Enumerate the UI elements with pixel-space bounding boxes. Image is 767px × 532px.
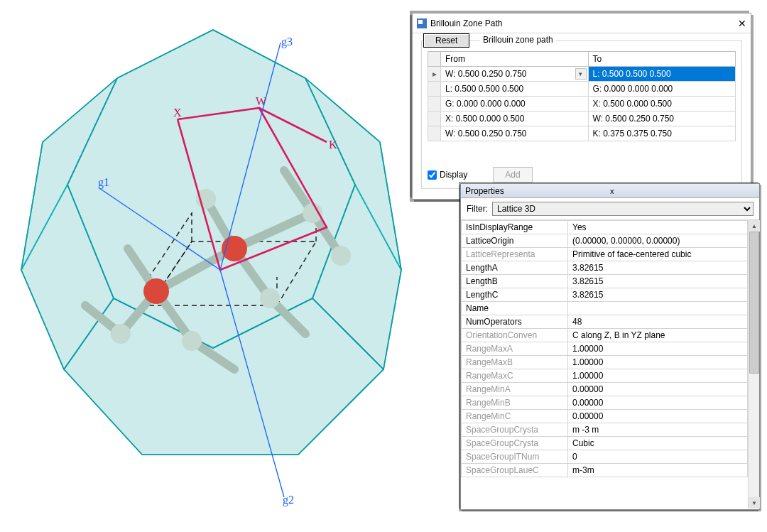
cell-to[interactable]: G: 0.000 0.000 0.000 [588, 82, 736, 97]
brillouin-zone-viewport[interactable]: g1 g2 g3 X W K [0, 0, 462, 532]
cell-to[interactable]: X: 0.500 0.000 0.500 [588, 97, 736, 112]
filter-label: Filter: [467, 204, 488, 214]
row-header[interactable] [428, 97, 441, 112]
property-row[interactable]: RangeMinB0.00000 [462, 396, 748, 410]
property-row[interactable]: RangeMaxC1.00000 [462, 369, 748, 383]
property-value[interactable]: 0.00000 [568, 410, 748, 423]
col-from[interactable]: From [441, 52, 589, 67]
row-header[interactable] [428, 82, 441, 97]
property-key: LengthA [462, 261, 568, 275]
svg-point-42 [143, 278, 169, 304]
property-value[interactable]: C along Z, B in YZ plane [568, 329, 748, 342]
property-row[interactable]: LatticeOrigin(0.00000, 0.00000, 0.00000) [462, 234, 748, 248]
display-label: Display [440, 170, 467, 180]
property-key: LatticeRepresenta [462, 248, 568, 261]
property-row[interactable]: SpaceGroupCrystam -3 m [462, 423, 748, 437]
cell-to[interactable]: W: 0.500 0.250 0.750 [588, 112, 736, 126]
property-value[interactable]: 3.82615 [568, 275, 748, 288]
brillouin-zone-svg [0, 0, 462, 532]
scroll-down-icon[interactable]: ▼ [749, 497, 760, 509]
scrollbar[interactable]: ▲ ▼ [748, 220, 759, 509]
property-value[interactable]: 1.00000 [568, 369, 748, 383]
property-row[interactable]: LengthA3.82615 [462, 261, 748, 275]
property-row[interactable]: OrientationConvenC along Z, B in YZ plan… [462, 329, 748, 342]
property-key: RangeMaxC [462, 369, 568, 383]
property-value[interactable]: 1.00000 [568, 356, 748, 369]
property-value[interactable]: Primitive of face-centered cubic [568, 248, 748, 261]
table-row[interactable]: W: 0.500 0.250 0.750K: 0.375 0.375 0.750 [428, 126, 736, 141]
table-row[interactable]: L: 0.500 0.500 0.500G: 0.000 0.000 0.000 [428, 82, 736, 97]
property-row[interactable]: RangeMinA0.00000 [462, 383, 748, 396]
property-value[interactable]: 3.82615 [568, 288, 748, 302]
properties-title: Properties [465, 186, 610, 196]
property-value[interactable]: m-3m [568, 464, 748, 477]
scroll-up-icon[interactable]: ▲ [749, 220, 760, 232]
cell-from[interactable]: L: 0.500 0.500 0.500 [441, 82, 589, 97]
property-value[interactable]: 0.00000 [568, 383, 748, 396]
point-label-x: X [173, 107, 182, 119]
col-to[interactable]: To [588, 52, 736, 67]
property-row[interactable]: SpaceGroupCrystaCubic [462, 437, 748, 450]
filter-select[interactable]: Lattice 3D [492, 202, 754, 216]
cell-to[interactable]: L: 0.500 0.500 0.500 [588, 67, 736, 82]
table-header-row: From To [428, 52, 736, 67]
reset-button[interactable]: Reset [423, 33, 469, 48]
property-row[interactable]: LatticeRepresentaPrimitive of face-cente… [462, 248, 748, 261]
property-value[interactable]: Cubic [568, 437, 748, 450]
property-value[interactable]: 0.00000 [568, 396, 748, 410]
property-value[interactable]: (0.00000, 0.00000, 0.00000) [568, 234, 748, 248]
app-icon [417, 18, 427, 28]
property-key: LatticeOrigin [462, 234, 568, 248]
property-key: IsInDisplayRange [462, 221, 568, 234]
row-header[interactable]: ▸ [428, 67, 441, 82]
cell-from[interactable]: W: 0.500 0.250 0.750▾ [441, 67, 589, 82]
group-label: Brillouin zone path [480, 35, 556, 45]
cell-from[interactable]: W: 0.500 0.250 0.750 [441, 126, 589, 141]
table-row[interactable]: ▸W: 0.500 0.250 0.750▾L: 0.500 0.500 0.5… [428, 67, 736, 82]
scroll-thumb[interactable] [749, 232, 759, 374]
property-value[interactable]: 48 [568, 315, 748, 329]
properties-titlebar[interactable]: Properties x [461, 184, 759, 198]
svg-point-46 [260, 288, 280, 308]
row-header[interactable] [428, 126, 441, 141]
bz-path-table[interactable]: From To ▸W: 0.500 0.250 0.750▾L: 0.500 0… [428, 51, 736, 141]
property-value[interactable]: 0 [568, 450, 748, 464]
cell-to[interactable]: K: 0.375 0.375 0.750 [588, 126, 736, 141]
brillouin-zone-path-window: Brillouin Zone Path ✕ Reset Brillouin zo… [412, 13, 751, 200]
property-row[interactable]: SpaceGroupLaueCm-3m [462, 464, 748, 477]
properties-grid[interactable]: IsInDisplayRangeYesLatticeOrigin(0.00000… [461, 220, 748, 477]
property-row[interactable]: NumOperators48 [462, 315, 748, 329]
add-button[interactable]: Add [493, 167, 532, 183]
property-value[interactable] [568, 302, 748, 315]
property-value[interactable]: 3.82615 [568, 261, 748, 275]
property-row[interactable]: LengthB3.82615 [462, 275, 748, 288]
close-icon[interactable]: ✕ [738, 18, 746, 29]
property-row[interactable]: RangeMinC0.00000 [462, 410, 748, 423]
property-value[interactable]: 1.00000 [568, 342, 748, 356]
axis-label-g1: g1 [98, 176, 109, 189]
property-row[interactable]: RangeMaxA1.00000 [462, 342, 748, 356]
cell-from[interactable]: G: 0.000 0.000 0.000 [441, 97, 589, 112]
row-header[interactable] [428, 112, 441, 126]
property-value[interactable]: Yes [568, 221, 748, 234]
dropdown-icon[interactable]: ▾ [575, 68, 587, 80]
table-row[interactable]: G: 0.000 0.000 0.000X: 0.500 0.000 0.500 [428, 97, 736, 112]
property-key: SpaceGroupITNum [462, 450, 568, 464]
property-key: RangeMaxA [462, 342, 568, 356]
property-key: SpaceGroupCrysta [462, 423, 568, 437]
property-key: LengthB [462, 275, 568, 288]
table-row[interactable]: X: 0.500 0.000 0.500W: 0.500 0.250 0.750 [428, 112, 736, 126]
property-row[interactable]: RangeMaxB1.00000 [462, 356, 748, 369]
property-row[interactable]: SpaceGroupITNum0 [462, 450, 748, 464]
property-row[interactable]: IsInDisplayRangeYes [462, 221, 748, 234]
properties-panel: Properties x Filter: Lattice 3D IsInDisp… [460, 183, 760, 510]
axis-label-g3: g3 [281, 36, 293, 48]
property-row[interactable]: Name [462, 302, 748, 315]
bz-titlebar[interactable]: Brillouin Zone Path ✕ [413, 13, 751, 33]
property-key: RangeMaxB [462, 356, 568, 369]
property-row[interactable]: LengthC3.82615 [462, 288, 748, 302]
properties-close-icon[interactable]: x [610, 187, 755, 195]
cell-from[interactable]: X: 0.500 0.000 0.500 [441, 112, 589, 126]
property-value[interactable]: m -3 m [568, 423, 748, 437]
display-checkbox[interactable] [428, 170, 437, 180]
